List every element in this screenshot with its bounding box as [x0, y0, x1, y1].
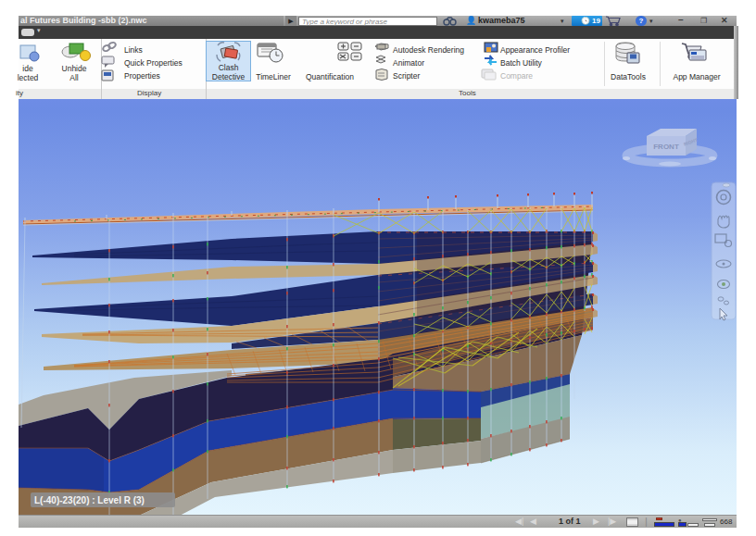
svg-text:FRONT: FRONT [653, 143, 679, 151]
svg-text:L(-40)-23(20) : Level R (3): L(-40)-23(20) : Level R (3) [34, 495, 145, 505]
